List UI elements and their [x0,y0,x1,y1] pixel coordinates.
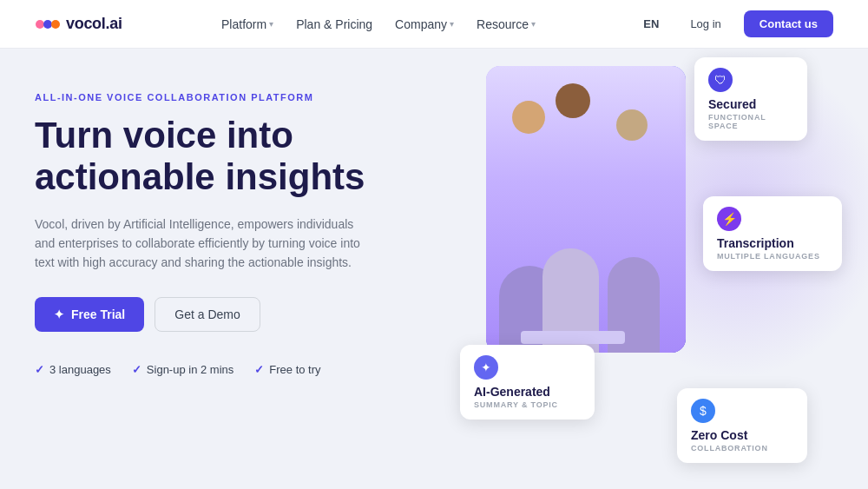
card-title: AI-Generated [474,385,581,399]
logo[interactable]: vocol.ai [35,15,122,34]
card-subtitle: FUNCTIONAL SPACE [708,113,793,130]
contact-button[interactable]: Contact us [744,10,833,37]
check-icon: ✓ [254,363,264,376]
hero-right: 🛡 Secured FUNCTIONAL SPACE ⚡ Transcripti… [486,66,833,472]
nav-pricing[interactable]: Plan & Pricing [287,12,381,36]
card-subtitle: COLLABORATION [691,444,793,453]
hero-badges: ✓ 3 languages ✓ Sign-up in 2 mins ✓ Free… [35,363,486,376]
secured-card: 🛡 Secured FUNCTIONAL SPACE [694,57,807,141]
free-trial-button[interactable]: ✦ Free Trial [35,297,144,332]
person-silhouette [556,83,590,118]
nav-platform[interactable]: Platform ▾ [213,12,282,36]
badge-free: ✓ Free to try [254,363,320,376]
zero-cost-card: $ Zero Cost COLLABORATION [677,388,807,463]
card-subtitle: SUMMARY & TOPIC [474,400,581,409]
ai-generated-card: ✦ AI-Generated SUMMARY & TOPIC [460,345,595,420]
check-icon: ✓ [132,363,141,376]
badge-languages: ✓ 3 languages [35,363,111,376]
nav-links: Platform ▾ Plan & Pricing Company ▾ Reso… [213,12,544,36]
card-title: Secured [708,97,793,111]
check-icon: ✓ [35,363,44,376]
hero-left: ALL-IN-ONE VOICE COLLABORATION PLATFORM … [35,75,486,472]
svg-point-1 [43,20,52,29]
card-title: Transcription [717,236,828,250]
logo-text: vocol.ai [66,15,122,33]
chevron-down-icon: ▾ [269,19,273,29]
chevron-down-icon: ▾ [531,19,536,29]
hero-buttons: ✦ Free Trial Get a Demo [35,297,486,332]
hero-section: ALL-IN-ONE VOICE COLLABORATION PLATFORM … [0,49,868,489]
login-button[interactable]: Log in [676,11,734,36]
nav-resource[interactable]: Resource ▾ [468,12,544,36]
badge-signup: ✓ Sign-up in 2 mins [132,363,233,376]
chevron-down-icon: ▾ [450,19,454,29]
demo-button[interactable]: Get a Demo [155,297,260,332]
hero-description: Vocol, driven by Artificial Intelligence… [35,215,365,273]
nav-company[interactable]: Company ▾ [386,12,463,36]
ai-icon: ✦ [474,355,498,380]
nav-right: EN Log in Contact us [635,10,833,37]
person-silhouette [616,109,648,141]
laptop-prop [521,331,625,344]
hero-image [486,66,686,353]
svg-point-2 [51,20,60,29]
svg-point-0 [36,20,44,29]
sparkle-icon: ✦ [54,307,64,321]
language-button[interactable]: EN [635,14,667,34]
transcription-card: ⚡ Transcription MULTIPLE LANGUAGES [703,196,842,271]
card-subtitle: MULTIPLE LANGUAGES [717,252,828,261]
shield-icon: 🛡 [708,68,733,92]
tagline: ALL-IN-ONE VOICE COLLABORATION PLATFORM [35,92,486,102]
translate-icon: ⚡ [717,207,741,231]
hero-title: Turn voice into actionable insights [35,115,486,199]
navbar: vocol.ai Platform ▾ Plan & Pricing Compa… [0,0,868,49]
card-title: Zero Cost [691,428,793,442]
person-silhouette [512,101,545,134]
logo-icon [35,15,61,34]
dollar-icon: $ [691,399,715,423]
